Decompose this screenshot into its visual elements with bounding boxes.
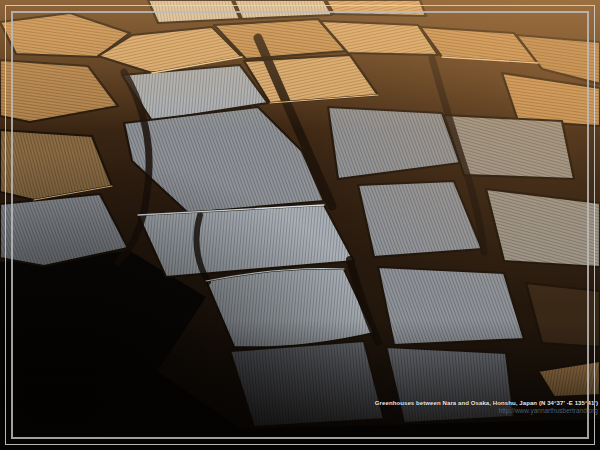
wallpaper: Greenhouses between Nara and Osaka, Hons… [0, 0, 600, 450]
aerial-photo-illustration [0, 0, 600, 450]
caption-url: http://www.yannarthusbertrand.org [375, 407, 598, 414]
caption-title: Greenhouses between Nara and Osaka, Hons… [375, 400, 598, 406]
photo-caption: Greenhouses between Nara and Osaka, Hons… [375, 400, 598, 414]
lighting-overlays [0, 0, 600, 450]
